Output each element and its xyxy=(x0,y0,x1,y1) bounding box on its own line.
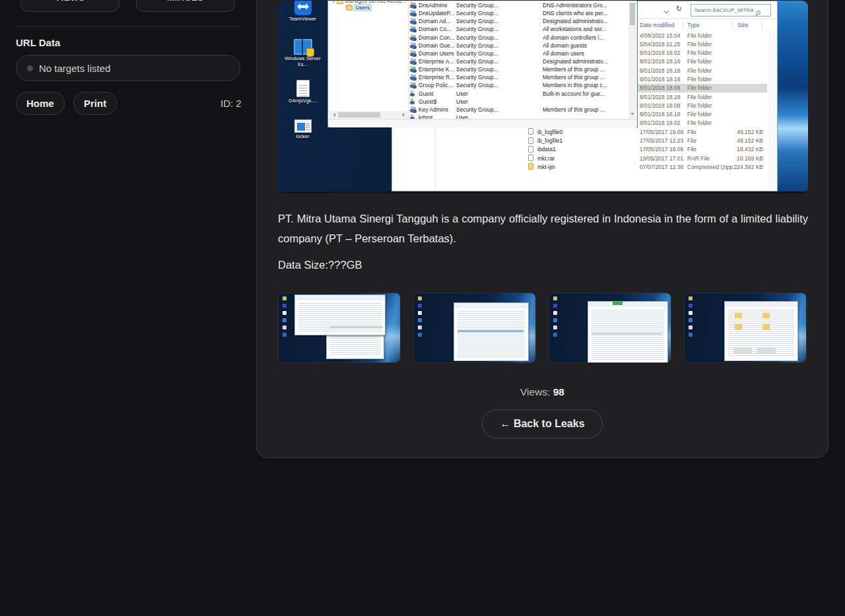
leak-screenshot-main[interactable]: ↻ Search BACKUP_MITRA Date modified Type… xyxy=(278,1,808,193)
file-icon xyxy=(528,137,533,144)
date-modified: 5/04/2018 21.25 xyxy=(640,41,680,48)
desktop-icon-teamviewer: TeamViewer xyxy=(278,1,327,22)
file-name: mkt.rar xyxy=(537,155,555,162)
file-type: File folder xyxy=(687,76,712,83)
date-modified: 19/05/2017 17.01 xyxy=(640,155,683,162)
windows-wallpaper xyxy=(777,1,808,191)
desktop-icon-locker: locker xyxy=(278,120,327,140)
account-name: Guest$ xyxy=(419,98,456,105)
date-modified: 4/08/2022 15.04 xyxy=(640,32,680,39)
document-icon xyxy=(296,80,310,97)
explorer-search-input: Search BACKUP_MITRA xyxy=(691,4,771,17)
column-size: Size xyxy=(737,22,749,28)
account-description: All domain users xyxy=(543,50,628,57)
file-type: RAR File xyxy=(687,155,710,162)
aduc-row: Guest$User xyxy=(410,98,628,106)
leak-detail-card: ↻ Search BACKUP_MITRA Date modified Type… xyxy=(256,0,828,458)
aduc-row: Domain Con...Security Group...All domain… xyxy=(410,34,628,42)
account-type: Security Group... xyxy=(456,42,543,49)
aduc-user-list: DnsAdminsSecurity Group...DNS Administra… xyxy=(410,1,628,119)
file-icon xyxy=(528,154,533,161)
column-date-modified: Date modified xyxy=(640,22,674,28)
aduc-row: krbtgtUser xyxy=(410,114,628,119)
refresh-icon: ↻ xyxy=(676,5,682,13)
file-size: 49.152 KB xyxy=(716,129,763,135)
views-count: 98 xyxy=(553,386,564,397)
file-type: File folder xyxy=(687,58,712,65)
mini-green-badge xyxy=(613,302,623,305)
account-name: Domain Co... xyxy=(419,26,456,32)
group-icon xyxy=(410,34,417,41)
desktop-icon-document: G4rxjsVgs.... xyxy=(278,80,327,104)
aduc-row: Domain Co...Security Group...All worksta… xyxy=(410,25,628,33)
sidebar-divider xyxy=(16,26,240,27)
home-button[interactable]: Home xyxy=(16,92,65,115)
file-size: 224.392 KB xyxy=(716,164,763,170)
account-type: Security Group... xyxy=(456,34,543,41)
aduc-row: Enterprise K...Security Group...Members … xyxy=(410,65,628,73)
leak-thumbnail-1[interactable] xyxy=(278,292,401,363)
group-icon xyxy=(410,26,417,32)
company-description: PT. Mitra Utama Sinergi Tangguh is a com… xyxy=(278,209,808,248)
account-description: Members of this group ... xyxy=(543,74,628,81)
account-description: All workstations and ser... xyxy=(543,26,628,32)
account-type: Security Group... xyxy=(456,10,543,17)
file-name: mkt-ijin xyxy=(537,164,555,170)
group-icon xyxy=(410,74,417,81)
aduc-row: DnsAdminsSecurity Group...DNS Administra… xyxy=(410,1,628,9)
tab-images[interactable]: IMAGES xyxy=(136,0,235,12)
tab-images-label: IMAGES xyxy=(167,0,204,3)
tab-views[interactable]: VIEWS xyxy=(20,0,119,12)
no-targets-text: No targets listed xyxy=(39,63,110,74)
leak-thumbnail-3[interactable] xyxy=(549,292,671,363)
account-description: DNS clients who are per... xyxy=(543,10,628,17)
explorer-file-row: mkt-ijin07/07/2017 12.38Compressed (zipp… xyxy=(392,162,768,171)
mini-desktop-icons xyxy=(283,296,287,300)
account-name: DnsUpdateP... xyxy=(419,10,456,17)
views-counter: Views: 98 xyxy=(257,386,828,398)
group-icon xyxy=(410,10,417,17)
folder-icon xyxy=(337,1,343,4)
account-type: Security Group... xyxy=(456,26,543,32)
mini-folder-icons xyxy=(735,313,742,318)
date-modified: 07/07/2017 12.38 xyxy=(640,164,683,170)
file-type: File folder xyxy=(687,111,712,118)
account-name: Guest xyxy=(419,90,456,97)
back-to-leaks-button[interactable]: ← Back to Leaks xyxy=(482,409,602,438)
file-name: ib_logfile1 xyxy=(537,137,562,144)
sidebar: VIEWS IMAGES URL Data No targets listed … xyxy=(0,0,256,616)
no-targets-pill: No targets listed xyxy=(16,55,240,81)
tree-expand-icon: ▸ xyxy=(333,1,335,4)
date-modified: 8/01/2018 18.18 xyxy=(640,111,680,118)
date-modified: 8/01/2018 18.16 xyxy=(640,58,680,65)
file-type: File xyxy=(687,129,696,135)
date-modified: 8/01/2018 18.18 xyxy=(640,94,680,100)
file-type: File folder xyxy=(687,120,712,126)
leak-thumbnail-2[interactable] xyxy=(413,292,536,363)
target-status-dot-icon xyxy=(27,65,33,71)
file-type: File folder xyxy=(687,102,712,109)
file-name: ib_logfile0 xyxy=(537,129,562,135)
aduc-row: Key AdminsSecurity Group...Members of th… xyxy=(410,106,628,114)
date-modified: 17/05/2017 12.23 xyxy=(640,137,683,144)
account-name: Domain Ad... xyxy=(419,18,456,24)
account-name: krbtgt xyxy=(419,114,456,119)
leak-thumbnail-4[interactable] xyxy=(684,292,807,363)
account-description: Members of this group ... xyxy=(543,106,628,113)
date-modified: 8/01/2018 18.18 xyxy=(640,76,680,83)
mini-explorer-window xyxy=(588,301,668,363)
account-name: Enterprise A... xyxy=(419,58,456,65)
file-icon xyxy=(528,128,533,135)
scroll-left-icon xyxy=(331,113,335,117)
account-name: Domain Users xyxy=(419,50,456,57)
date-modified: 17/05/2017 19.09 xyxy=(640,129,683,135)
account-name: Enterprise K... xyxy=(419,66,456,73)
print-button[interactable]: Print xyxy=(73,92,117,115)
tab-views-label: VIEWS xyxy=(55,0,85,3)
mini-desktop-icons xyxy=(689,296,693,300)
aduc-row: Enterprise A...Security Group...Designat… xyxy=(410,57,628,65)
explorer-file-row: ib_logfile017/05/2017 19.09File49.152 KB xyxy=(392,127,768,136)
account-type: User xyxy=(456,114,543,119)
user-icon xyxy=(410,98,417,105)
url-data-heading: URL Data xyxy=(16,37,60,48)
